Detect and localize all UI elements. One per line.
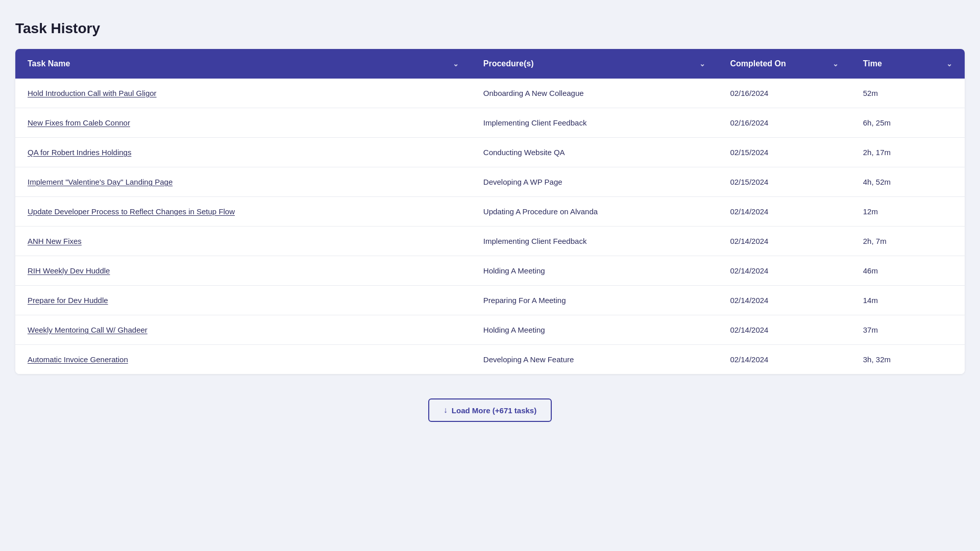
time-cell: 37m	[851, 315, 965, 345]
task-name-link[interactable]: Weekly Mentoring Call W/ Ghadeer	[28, 325, 148, 334]
page-title: Task History	[15, 20, 965, 37]
download-icon: ↓	[444, 406, 448, 415]
table-header-row: Task Name ⌄ Procedure(s) ⌄ Completed On …	[15, 49, 965, 79]
table-row: New Fixes from Caleb ConnorImplementing …	[15, 108, 965, 138]
task-name-cell: RIH Weekly Dev Huddle	[15, 256, 471, 286]
chevron-down-icon: ⌄	[832, 60, 839, 68]
task-name-link[interactable]: Update Developer Process to Reflect Chan…	[28, 207, 235, 216]
procedure-cell: Conducting Website QA	[471, 138, 718, 167]
table-row: Weekly Mentoring Call W/ GhadeerHolding …	[15, 315, 965, 345]
task-name-cell: Implement "Valentine's Day" Landing Page	[15, 167, 471, 197]
time-cell: 2h, 7m	[851, 227, 965, 256]
completed-on-cell: 02/15/2024	[718, 138, 850, 167]
procedure-cell: Updating A Procedure on Alvanda	[471, 197, 718, 227]
task-name-link[interactable]: New Fixes from Caleb Connor	[28, 118, 130, 127]
completed-on-cell: 02/14/2024	[718, 256, 850, 286]
task-name-cell: Hold Introduction Call with Paul Gligor	[15, 79, 471, 108]
time-cell: 6h, 25m	[851, 108, 965, 138]
chevron-down-icon: ⌄	[699, 60, 705, 68]
completed-on-cell: 02/14/2024	[718, 345, 850, 374]
completed-on-cell: 02/16/2024	[718, 79, 850, 108]
task-name-cell: Prepare for Dev Huddle	[15, 286, 471, 315]
table-row: ANH New FixesImplementing Client Feedbac…	[15, 227, 965, 256]
time-cell: 46m	[851, 256, 965, 286]
time-cell: 12m	[851, 197, 965, 227]
task-name-cell: Weekly Mentoring Call W/ Ghadeer	[15, 315, 471, 345]
time-cell: 3h, 32m	[851, 345, 965, 374]
time-cell: 52m	[851, 79, 965, 108]
load-more-container: ↓ Load More (+671 tasks)	[15, 398, 965, 422]
procedure-cell: Implementing Client Feedback	[471, 108, 718, 138]
procedure-cell: Holding A Meeting	[471, 315, 718, 345]
table-row: Prepare for Dev HuddlePreparing For A Me…	[15, 286, 965, 315]
load-more-button[interactable]: ↓ Load More (+671 tasks)	[428, 398, 552, 422]
table-row: RIH Weekly Dev HuddleHolding A Meeting02…	[15, 256, 965, 286]
procedure-cell: Preparing For A Meeting	[471, 286, 718, 315]
column-header-time[interactable]: Time ⌄	[851, 49, 965, 79]
column-header-procedures[interactable]: Procedure(s) ⌄	[471, 49, 718, 79]
time-cell: 14m	[851, 286, 965, 315]
task-history-table: Task Name ⌄ Procedure(s) ⌄ Completed On …	[15, 49, 965, 374]
completed-on-cell: 02/14/2024	[718, 227, 850, 256]
completed-on-cell: 02/14/2024	[718, 286, 850, 315]
completed-on-cell: 02/15/2024	[718, 167, 850, 197]
time-cell: 4h, 52m	[851, 167, 965, 197]
task-name-cell: New Fixes from Caleb Connor	[15, 108, 471, 138]
task-name-cell: QA for Robert Indries Holdings	[15, 138, 471, 167]
task-name-link[interactable]: Implement "Valentine's Day" Landing Page	[28, 178, 173, 186]
procedure-cell: Developing A New Feature	[471, 345, 718, 374]
column-header-completed-on[interactable]: Completed On ⌄	[718, 49, 850, 79]
time-cell: 2h, 17m	[851, 138, 965, 167]
table-row: Update Developer Process to Reflect Chan…	[15, 197, 965, 227]
completed-on-cell: 02/16/2024	[718, 108, 850, 138]
task-name-link[interactable]: RIH Weekly Dev Huddle	[28, 266, 110, 275]
procedure-cell: Implementing Client Feedback	[471, 227, 718, 256]
load-more-label: Load More (+671 tasks)	[452, 406, 536, 415]
table-row: Implement "Valentine's Day" Landing Page…	[15, 167, 965, 197]
task-name-link[interactable]: Hold Introduction Call with Paul Gligor	[28, 89, 157, 97]
task-name-cell: ANH New Fixes	[15, 227, 471, 256]
task-name-link[interactable]: QA for Robert Indries Holdings	[28, 148, 131, 157]
column-header-task-name[interactable]: Task Name ⌄	[15, 49, 471, 79]
task-name-link[interactable]: Automatic Invoice Generation	[28, 355, 128, 364]
task-name-link[interactable]: ANH New Fixes	[28, 237, 82, 245]
procedure-cell: Onboarding A New Colleague	[471, 79, 718, 108]
table-row: Hold Introduction Call with Paul GligorO…	[15, 79, 965, 108]
task-name-cell: Update Developer Process to Reflect Chan…	[15, 197, 471, 227]
procedure-cell: Developing A WP Page	[471, 167, 718, 197]
chevron-down-icon: ⌄	[453, 60, 459, 68]
completed-on-cell: 02/14/2024	[718, 197, 850, 227]
table-row: Automatic Invoice GenerationDeveloping A…	[15, 345, 965, 374]
table-row: QA for Robert Indries HoldingsConducting…	[15, 138, 965, 167]
completed-on-cell: 02/14/2024	[718, 315, 850, 345]
task-name-link[interactable]: Prepare for Dev Huddle	[28, 296, 108, 305]
task-name-cell: Automatic Invoice Generation	[15, 345, 471, 374]
procedure-cell: Holding A Meeting	[471, 256, 718, 286]
chevron-down-icon: ⌄	[946, 60, 952, 68]
